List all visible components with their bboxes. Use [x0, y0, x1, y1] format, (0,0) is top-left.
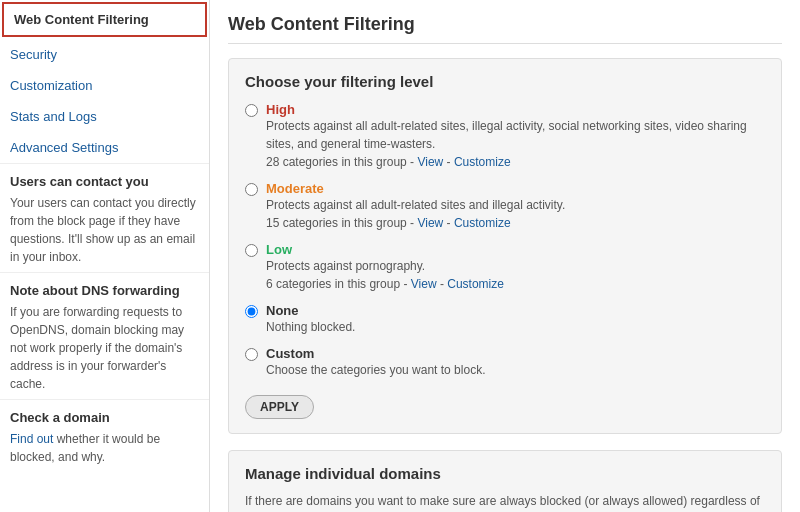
domains-desc: If there are domains you want to make su…	[245, 492, 765, 512]
high-view-link[interactable]: View	[417, 155, 443, 169]
sidebar-section-text-check-domain: Find out whether it would be blocked, an…	[10, 430, 199, 466]
sidebar-item-security[interactable]: Security	[0, 39, 209, 70]
find-out-link[interactable]: Find out	[10, 432, 53, 446]
sidebar: Web Content Filtering Security Customiza…	[0, 0, 210, 512]
filter-option-moderate: Moderate Protects against all adult-rela…	[245, 181, 765, 232]
filter-desc-none: Nothing blocked.	[266, 318, 355, 336]
low-view-link[interactable]: View	[411, 277, 437, 291]
filter-desc-low: Protects against pornography. 6 categori…	[266, 257, 504, 293]
filter-option-high: High Protects against all adult-related …	[245, 102, 765, 171]
sidebar-item-customization[interactable]: Customization	[0, 70, 209, 101]
moderate-customize-link[interactable]: Customize	[454, 216, 511, 230]
radio-moderate[interactable]	[245, 183, 258, 196]
low-customize-link[interactable]: Customize	[447, 277, 504, 291]
filter-option-custom: Custom Choose the categories you want to…	[245, 346, 765, 379]
sidebar-section-check-domain: Check a domain Find out whether it would…	[0, 399, 209, 472]
radio-high[interactable]	[245, 104, 258, 117]
high-customize-link[interactable]: Customize	[454, 155, 511, 169]
page-title: Web Content Filtering	[228, 14, 782, 44]
sidebar-section-text-dns-forwarding: If you are forwarding requests to OpenDN…	[10, 303, 199, 393]
radio-custom[interactable]	[245, 348, 258, 361]
filter-label-low[interactable]: Low	[266, 242, 292, 257]
sidebar-section-users-contact: Users can contact you Your users can con…	[0, 163, 209, 272]
domains-box: Manage individual domains If there are d…	[228, 450, 782, 512]
sidebar-item-stats-and-logs[interactable]: Stats and Logs	[0, 101, 209, 132]
sidebar-item-web-content-filtering[interactable]: Web Content Filtering	[2, 2, 207, 37]
filter-label-custom[interactable]: Custom	[266, 346, 314, 361]
sidebar-section-text-users-contact: Your users can contact you directly from…	[10, 194, 199, 266]
moderate-view-link[interactable]: View	[417, 216, 443, 230]
sidebar-item-advanced-settings[interactable]: Advanced Settings	[0, 132, 209, 163]
filtering-level-box: Choose your filtering level High Protect…	[228, 58, 782, 434]
sidebar-nav: Web Content Filtering Security Customiza…	[0, 2, 209, 163]
filter-desc-custom: Choose the categories you want to block.	[266, 361, 485, 379]
filter-label-high[interactable]: High	[266, 102, 295, 117]
filter-option-low: Low Protects against pornography. 6 cate…	[245, 242, 765, 293]
filter-option-none: None Nothing blocked.	[245, 303, 765, 336]
filter-label-none[interactable]: None	[266, 303, 299, 318]
sidebar-section-title-dns-forwarding: Note about DNS forwarding	[10, 283, 199, 298]
radio-none[interactable]	[245, 305, 258, 318]
filtering-level-title: Choose your filtering level	[245, 73, 765, 90]
filter-desc-moderate: Protects against all adult-related sites…	[266, 196, 565, 232]
sidebar-section-title-check-domain: Check a domain	[10, 410, 199, 425]
radio-low[interactable]	[245, 244, 258, 257]
apply-button[interactable]: APPLY	[245, 395, 314, 419]
domains-box-title: Manage individual domains	[245, 465, 765, 482]
filter-desc-high: Protects against all adult-related sites…	[266, 117, 765, 171]
main-content: Web Content Filtering Choose your filter…	[210, 0, 800, 512]
filter-label-moderate[interactable]: Moderate	[266, 181, 324, 196]
sidebar-section-dns-forwarding: Note about DNS forwarding If you are for…	[0, 272, 209, 399]
sidebar-section-title-users-contact: Users can contact you	[10, 174, 199, 189]
